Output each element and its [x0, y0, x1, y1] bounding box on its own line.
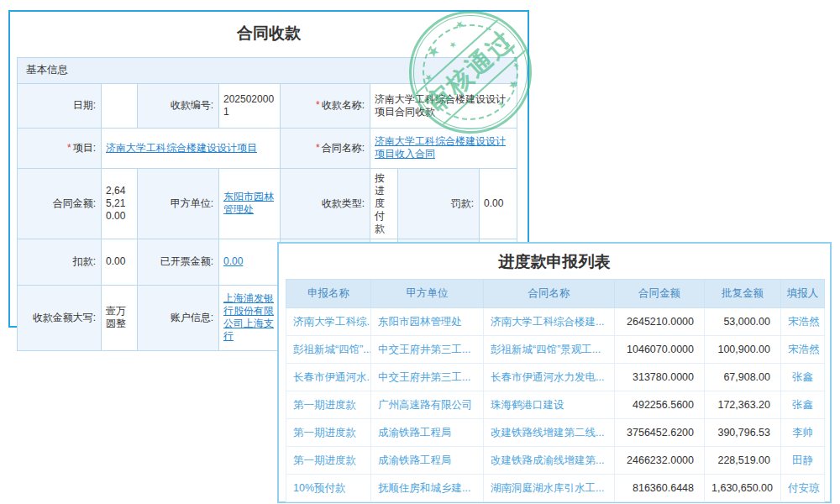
contract-amount-value: 2,645,210.00: [102, 168, 138, 239]
contract-name-link[interactable]: 改建铁路线增建第二线...: [484, 419, 615, 447]
party-a-link[interactable]: 广州高速路有限公司: [371, 391, 484, 419]
contract-amount-cell: 1046070.0000: [615, 336, 705, 364]
invoiced-amount-label: 已开票金额:: [138, 239, 219, 285]
table-row: 第一期进度款 成渝铁路工程局 改建铁路线增建第二线... 3756452.620…: [286, 419, 825, 447]
table-row: 第一期进度款 广州高速路有限公司 珠海鹤港口建设 492256.5600 172…: [286, 391, 825, 419]
declaration-name-link[interactable]: 第一期进度款: [286, 391, 371, 419]
approved-amount-cell: 228,519.00: [705, 447, 781, 475]
contract-receipt-title: 合同收款: [10, 12, 528, 45]
contract-amount-cell: 2466232.0000: [615, 447, 705, 475]
required-marker: *: [316, 142, 320, 154]
account-info-link[interactable]: 上海浦发银行股份有限公司上海支行: [223, 292, 274, 342]
receipt-type-value: 按进度付款: [370, 168, 398, 239]
contract-name-link[interactable]: 济南大学工科综合楼建...: [484, 308, 615, 336]
deduction-value: 0.00: [102, 239, 138, 285]
amount-in-words-value: 壹万圆整: [102, 285, 138, 350]
date-value: [102, 83, 138, 128]
table-row: 济南大学工科综... 东阳市园林管理处 济南大学工科综合楼建... 264521…: [286, 308, 825, 336]
party-a-link[interactable]: 中交王府井第三工...: [371, 364, 484, 391]
progress-list-title: 进度款申报列表: [279, 244, 830, 273]
party-a-link[interactable]: 东阳市园林管理处: [371, 308, 484, 336]
table-row: 彭祖新城“四馆”... 中交王府井第三工... 彭祖新城“四馆”景观工... 1…: [286, 336, 825, 364]
approved-amount-cell: 67,908.00: [705, 364, 781, 391]
col-header-contract-name: 合同名称: [484, 280, 615, 308]
contract-amount-cell: 313780.0000: [615, 364, 705, 391]
penalty-label: 罚款:: [398, 168, 480, 239]
col-header-contract-amount: 合同金额: [615, 280, 705, 308]
col-header-approved-amount: 批复金额: [705, 280, 781, 308]
contract-amount-cell: 3756452.6200: [615, 419, 705, 447]
amount-in-words-label: 收款金额大写:: [18, 285, 102, 350]
contract-amount-cell: 492256.5600: [615, 391, 705, 419]
receipt-no-value: 2025020001: [219, 83, 281, 128]
date-label: 日期:: [18, 83, 102, 128]
col-header-declaration-name: 申报名称: [286, 280, 371, 308]
declaration-name-link[interactable]: 济南大学工科综...: [286, 308, 371, 336]
contract-amount-label: 合同金额:: [18, 168, 102, 239]
approved-amount-cell: 53,000.00: [705, 308, 781, 336]
party-a-link[interactable]: 抚顺住房和城乡建...: [371, 475, 484, 502]
receipt-no-label: 收款编号:: [138, 83, 219, 128]
declaration-name-link[interactable]: 彭祖新城“四馆”...: [286, 336, 371, 364]
penalty-value: 0.00: [480, 168, 517, 239]
contract-amount-cell: 2645210.0000: [615, 308, 705, 336]
contract-name-label: *合同名称:: [281, 128, 370, 168]
account-info-label: 账户信息:: [138, 285, 219, 350]
submitter-link[interactable]: 田静: [781, 447, 825, 475]
party-a-link[interactable]: 东阳市园林管理处: [223, 191, 274, 215]
submitter-link[interactable]: 宋浩然: [781, 308, 825, 336]
table-header-row: 申报名称 甲方单位 合同名称 合同金额 批复金额 填报人: [286, 280, 825, 308]
col-header-party-a: 甲方单位: [371, 280, 484, 308]
submitter-link[interactable]: 张鑫: [781, 391, 825, 419]
submitter-link[interactable]: 李帅: [781, 419, 825, 447]
declaration-name-link[interactable]: 10%预付款: [286, 475, 371, 502]
approved-amount-cell: 172,363.20: [705, 391, 781, 419]
table-row: 第一期进度款 成渝铁路工程局 改建铁路成渝线增建第... 2466232.000…: [286, 447, 825, 475]
contract-name-link[interactable]: 长春市伊通河水力发电...: [484, 364, 615, 391]
invoiced-amount-link[interactable]: 0.00: [223, 255, 243, 267]
receipt-name-label: *收款名称:: [281, 83, 370, 128]
declaration-name-link[interactable]: 第一期进度款: [286, 447, 371, 475]
col-header-submitter: 填报人: [781, 280, 825, 308]
required-marker: *: [67, 142, 71, 154]
party-a-label: 甲方单位:: [138, 168, 219, 239]
contract-name-link[interactable]: 彭祖新城“四馆”景观工...: [484, 336, 615, 364]
basic-info-section-header: 基本信息: [18, 58, 517, 84]
party-a-link[interactable]: 成渝铁路工程局: [371, 419, 484, 447]
approved-amount-cell: 390,796.53: [705, 419, 781, 447]
submitter-link[interactable]: 张鑫: [781, 364, 825, 391]
contract-name-link[interactable]: 珠海鹤港口建设: [484, 391, 615, 419]
receipt-name-value: 济南大学工科综合楼建设设计项目合同收款: [370, 83, 517, 128]
submitter-link[interactable]: 宋浩然: [781, 336, 825, 364]
party-a-link[interactable]: 中交王府井第三工...: [371, 336, 484, 364]
project-label: *项目:: [18, 128, 102, 168]
party-a-link[interactable]: 成渝铁路工程局: [371, 447, 484, 475]
required-marker: *: [316, 99, 320, 111]
project-link[interactable]: 济南大学工科综合楼建设设计项目: [106, 142, 257, 154]
contract-name-link[interactable]: 湖南洞庭湖水库引水工...: [484, 475, 615, 502]
submitter-link[interactable]: 付安琼: [781, 475, 825, 502]
declaration-name-link[interactable]: 第一期进度款: [286, 419, 371, 447]
contract-name-link[interactable]: 改建铁路成渝线增建第...: [484, 447, 615, 475]
progress-table: 申报名称 甲方单位 合同名称 合同金额 批复金额 填报人 济南大学工科综... …: [286, 279, 825, 502]
contract-name-link[interactable]: 济南大学工科综合楼建设设计项目收入合同: [375, 135, 506, 160]
receipt-type-label: 收款类型:: [281, 168, 370, 239]
table-row: 长春市伊通河水... 中交王府井第三工... 长春市伊通河水力发电... 313…: [286, 364, 825, 391]
approved-amount-cell: 1,630,650.00: [705, 475, 781, 502]
progress-list-panel: 进度款申报列表 申报名称 甲方单位 合同名称 合同金额 批复金额 填报人 济南大…: [277, 242, 832, 503]
declaration-name-link[interactable]: 长春市伊通河水...: [286, 364, 371, 391]
contract-amount-cell: 816360.6448: [615, 475, 705, 502]
approved-amount-cell: 100,900.00: [705, 336, 781, 364]
deduction-label: 扣款:: [18, 239, 102, 285]
table-row: 10%预付款 抚顺住房和城乡建... 湖南洞庭湖水库引水工... 816360.…: [286, 475, 825, 502]
